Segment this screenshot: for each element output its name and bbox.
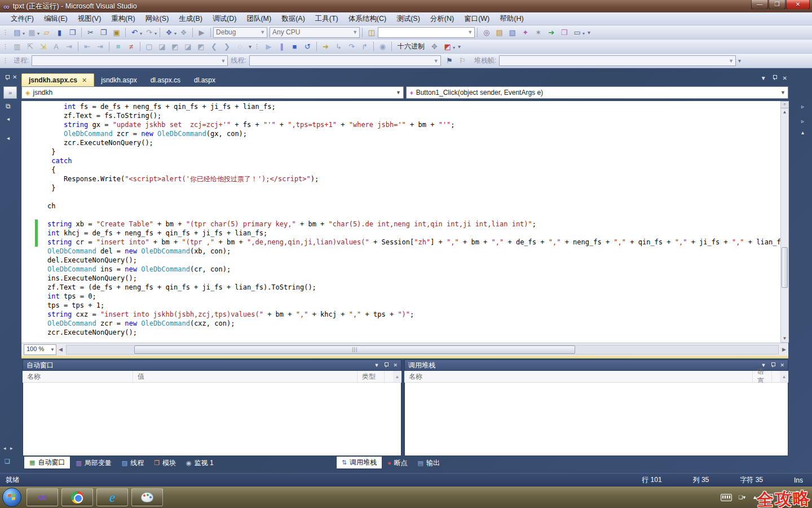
taskbar-paint-button[interactable] [131,488,163,506]
splitter-handle[interactable]: ÷ [781,102,788,108]
code-line-14[interactable]: int khcj = de_fs + neng_fs + qin_fs + ji… [21,229,780,238]
indent-increase-icon[interactable]: ⇥ [94,41,106,52]
find-in-files-icon[interactable]: ◫ [365,27,377,38]
toolbox-popup-button[interactable]: » [3,86,17,99]
pause-icon[interactable]: ∥ [276,41,288,52]
code-line-25[interactable]: zcr.ExecuteNonQuery(); [21,328,780,337]
pin-icon[interactable] [770,362,775,369]
close-document-icon[interactable]: ✕ [783,75,787,81]
menu-item-0[interactable]: 文件(F) [6,13,39,25]
breakpoints-window-icon[interactable]: ◩ [442,41,453,52]
collapse-left-icon[interactable]: ◂ [7,116,10,122]
object-browser-icon[interactable]: ✦ [519,27,531,38]
panel-tab-监视 1[interactable]: ◉监视 1 [181,457,219,469]
panel-tab-断点[interactable]: ●断点 [382,457,413,469]
menu-item-9[interactable]: 工具(T) [310,13,343,25]
collapse-right-icon[interactable]: ▹ [801,103,804,110]
stop-icon[interactable]: ■ [289,41,301,52]
panel-tab-调用堆栈[interactable]: ⇅调用堆栈 [336,457,382,469]
document-tab-dl.aspx[interactable]: dl.aspx [187,73,222,86]
panel-tab-自动窗口[interactable]: ▦自动窗口 [24,457,70,469]
tray-window-icon[interactable]: ❏▾ [739,494,746,500]
menu-item-14[interactable]: 帮助(H) [495,13,528,25]
find-symbol-icon[interactable]: ◎ [480,27,492,38]
step-over-icon[interactable]: ↷ [346,41,358,52]
scroll-right-icon[interactable]: ▶ [780,347,788,352]
prev-bookmark-folder-icon[interactable]: ◪ [182,41,194,52]
close-tab-icon[interactable]: ✕ [82,77,87,84]
chevron-down-icon[interactable]: ▾ [140,31,142,36]
document-tab-jsndkh.aspx.cs[interactable]: jsndkh.aspx.cs✕ [21,73,94,86]
toolbox-icon[interactable]: ❒ [558,27,570,38]
column-header-语言[interactable]: 语言 [753,371,772,382]
flag-white-icon[interactable]: ⚐ [457,55,469,66]
hex-display-button[interactable]: 十六进制 [394,41,428,52]
platform-combo[interactable]: Any CPU▼ [270,27,360,38]
toolbar-overflow-icon[interactable]: ▾ [738,58,741,64]
close-icon[interactable]: ✕ [12,74,17,80]
collapse-right-icon[interactable]: ▴ [801,129,804,135]
column-header-值[interactable]: 值 [133,371,358,382]
indent-decrease-icon[interactable]: ⇤ [81,41,93,52]
panel-tab-局部变量[interactable]: ▥局部变量 [70,457,116,469]
watch-glass-icon[interactable]: ◉ [377,41,389,52]
panel-tab-线程[interactable]: ▨线程 [117,457,149,469]
code-line-0[interactable]: int fs = de_fs + neng_fs + qin_fs + ji_f… [21,102,780,111]
dock-nav-right-icon[interactable]: ▸ [10,445,13,451]
pin-icon[interactable] [383,362,389,369]
column-header-名称[interactable]: 名称 [404,371,753,382]
scroll-up-icon[interactable]: ▲ [393,371,401,382]
close-icon[interactable]: ✕ [780,362,784,368]
search-combo[interactable]: ▼ [378,27,475,38]
add-new-item-icon[interactable]: ▦ [26,27,38,38]
editor-vertical-scrollbar[interactable]: ÷ ▲ ▼ [780,101,789,343]
show-next-statement-icon[interactable]: ➜ [320,41,332,52]
input-method-icon[interactable] [721,494,732,501]
autos-body[interactable] [23,383,401,456]
start-button[interactable] [2,488,21,507]
panel-tab-输出[interactable]: ▤输出 [413,457,445,469]
chevron-down-icon[interactable]: ▾ [23,31,25,36]
code-line-4[interactable]: zcr.ExecuteNonQuery(); [21,138,780,147]
code-line-20[interactable]: zf.Text = (de_fs + neng_fs + qin_fs + ji… [21,283,780,292]
scrollbar-thumb[interactable] [782,247,788,288]
menu-item-1[interactable]: 编辑(E) [39,13,73,25]
navigate-forward-icon[interactable]: ❖ [178,27,189,38]
code-line-13[interactable]: string xb = "Create Table" + bm + "(tpr … [21,220,780,229]
bookmark-doc-prev-icon[interactable]: ❮ [208,41,220,52]
toolbar-grip[interactable]: ⋮ [2,29,8,36]
toolbar-overflow-icon[interactable]: ▾ [249,43,251,50]
next-bookmark-folder-icon[interactable]: ◩ [195,41,207,52]
taskbar-ie-button[interactable]: e [96,488,128,506]
scroll-up-icon[interactable]: ▲ [781,108,788,116]
command-window-icon[interactable]: ▭ [571,27,583,38]
chevron-down-icon[interactable]: ▾ [582,31,585,36]
flag-black-icon[interactable]: ⚑ [444,55,456,66]
code-line-21[interactable]: int tps = 0; [21,292,780,301]
code-line-3[interactable]: OleDbCommand zcr = new OleDbCommand(gx, … [21,129,780,138]
menu-item-8[interactable]: 数据(A) [276,13,310,25]
scroll-down-icon[interactable]: ▼ [781,335,788,342]
word-wrap-icon[interactable]: A [50,41,62,52]
toolbar-grip[interactable]: ⋮ [2,57,8,64]
close-icon[interactable]: ✕ [393,362,398,368]
taskbar-chrome-button[interactable] [61,488,93,506]
restart-icon[interactable]: ↺ [302,41,314,52]
chevron-down-icon[interactable]: ▾ [37,31,39,36]
memory-window-icon[interactable]: ✥ [429,41,440,52]
tab-list-dropdown-icon[interactable]: ▼ [761,75,766,81]
chevron-down-icon[interactable]: ▾ [174,31,176,36]
menu-item-6[interactable]: 调试(D) [208,13,241,25]
comment-icon[interactable]: ≡ [112,41,124,52]
restore-button[interactable]: ❐ [769,0,785,10]
prev-bookmark-icon[interactable]: ◪ [156,41,168,52]
code-line-10[interactable] [21,192,780,202]
callstack-title-bar[interactable]: 调用堆栈 ▼ ✕ [404,360,788,371]
process-combo[interactable]: ▼ [32,55,228,66]
minimize-button[interactable]: — [751,0,768,10]
toolbar-grip[interactable]: ⋮ [2,43,8,50]
properties-window-icon[interactable]: ▤ [493,27,505,38]
column-header-类型[interactable]: 类型 [358,371,385,382]
window-menu-icon[interactable]: ▼ [374,362,379,368]
cut-icon[interactable]: ✂ [85,27,96,38]
